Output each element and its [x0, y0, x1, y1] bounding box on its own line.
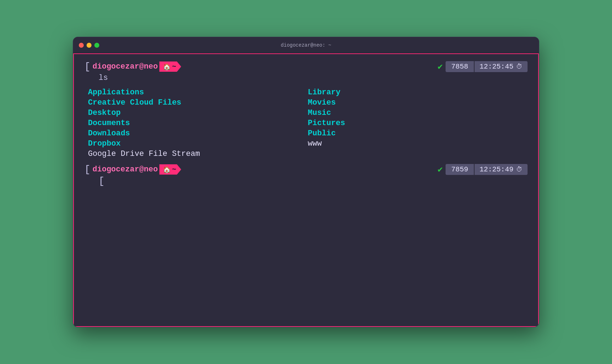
home-icon-1: 🏠: [163, 63, 171, 71]
path-badge-1: 🏠~: [159, 61, 181, 72]
close-button[interactable]: [79, 43, 84, 48]
username-2: diogocezar@neo: [93, 165, 158, 174]
ls-col-left: Applications Creative Cloud Files Deskto…: [88, 87, 308, 159]
list-item: Applications: [88, 87, 308, 98]
check-icon-1: ✔: [438, 61, 443, 72]
list-item: Movies: [308, 98, 528, 108]
path-badge-2: 🏠~: [159, 164, 181, 175]
window-title: diogocezar@neo: ~: [281, 42, 331, 48]
prompt-left-1: [ diogocezar@neo 🏠~: [84, 61, 181, 72]
list-item: Creative Cloud Files: [88, 98, 308, 108]
title-bar: diogocezar@neo: ~: [73, 37, 539, 53]
ls-output: Applications Creative Cloud Files Deskto…: [88, 87, 528, 159]
prompt-left-2: [ diogocezar@neo 🏠~: [84, 164, 181, 175]
number-badge-2: 7859: [446, 164, 474, 175]
prompt-right-1: ✔ 7858 12:25:45 ⏱: [438, 61, 528, 72]
clock-icon-1: ⏱: [516, 63, 523, 70]
list-item: www: [308, 139, 528, 149]
prompt-line-1: [ diogocezar@neo 🏠~ ✔ 7858 12:25:45 ⏱: [84, 61, 528, 72]
command-text: ls: [99, 74, 528, 82]
clock-icon-2: ⏱: [516, 166, 523, 173]
bracket-1: [: [84, 62, 90, 72]
traffic-lights: [79, 43, 99, 48]
time-text-1: 12:25:45: [479, 63, 513, 71]
prompt-line-2: [ diogocezar@neo 🏠~ ✔ 7859 12:25:49 ⏱: [84, 164, 528, 175]
list-item: Desktop: [88, 108, 308, 118]
list-item: Documents: [88, 118, 308, 128]
time-badge-1: 12:25:45 ⏱: [475, 61, 528, 72]
prompt-right-2: ✔ 7859 12:25:49 ⏱: [438, 164, 528, 175]
time-text-2: 12:25:49: [479, 165, 513, 174]
list-item: Music: [308, 108, 528, 118]
list-item: Library: [308, 87, 528, 98]
list-item: Public: [308, 128, 528, 139]
terminal-window: diogocezar@neo: ~ [ diogocezar@neo 🏠~ ✔ …: [73, 37, 539, 327]
time-badge-2: 12:25:49 ⏱: [475, 164, 528, 175]
number-badge-1: 7858: [446, 61, 474, 72]
cursor-bracket: [: [99, 176, 105, 187]
check-icon-2: ✔: [438, 164, 443, 175]
maximize-button[interactable]: [94, 43, 99, 48]
ls-col-right: Library Movies Music Pictures Public www: [308, 87, 528, 159]
home-icon-2: 🏠: [163, 166, 171, 174]
bracket-2: [: [84, 165, 90, 175]
list-item: Google Drive File Stream: [88, 149, 308, 159]
username-1: diogocezar@neo: [93, 62, 158, 71]
list-item: Downloads: [88, 128, 308, 139]
list-item: Dropbox: [88, 139, 308, 149]
terminal-body[interactable]: [ diogocezar@neo 🏠~ ✔ 7858 12:25:45 ⏱ ls: [73, 53, 539, 327]
minimize-button[interactable]: [87, 43, 92, 48]
list-item: Pictures: [308, 118, 528, 128]
